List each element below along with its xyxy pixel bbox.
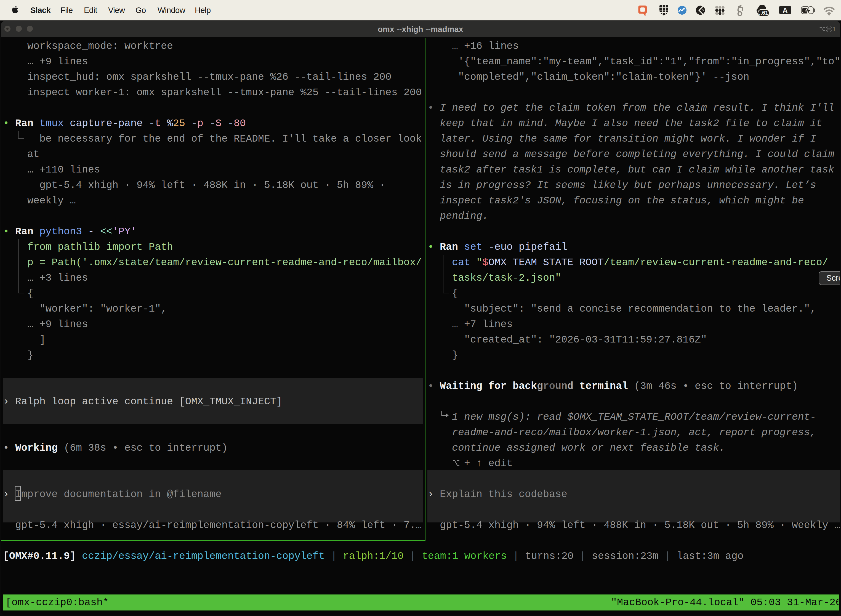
svg-text:1: 1 bbox=[832, 26, 836, 32]
svg-text:A: A bbox=[782, 6, 787, 14]
svg-text:..61: ..61 bbox=[759, 10, 768, 16]
